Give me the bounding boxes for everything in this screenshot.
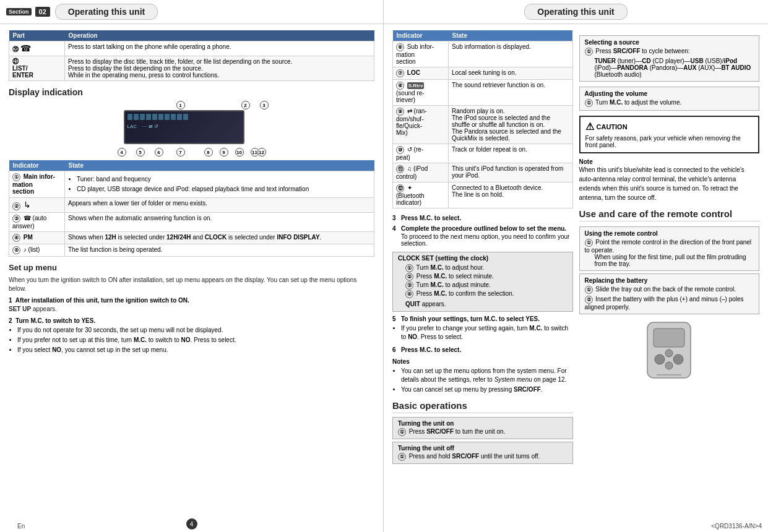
steps-3-4: 3 Press M.C. to select. 4 Complete the p…: [392, 215, 573, 247]
clock-quit: QUIT appears.: [405, 300, 567, 309]
selecting-source-box: Selecting a source ① Press SRC/OFF to cy…: [579, 35, 760, 82]
remote-heading: Use and care of the remote control: [579, 208, 760, 221]
clock-step-4: ④ Press M.C. to confirm the selection.: [405, 290, 567, 298]
table-row: ② ↳ Appears when a lower tier of folder …: [9, 198, 374, 213]
left-content: Part Operation ⑳ ☎ Press to start talkin…: [0, 24, 383, 364]
ind-num: ⑩: [396, 146, 404, 154]
note-box: Note When this unit's blue/white lead is…: [579, 158, 760, 202]
state-cell: This unit's iPod function is operated fr…: [449, 163, 573, 182]
left-page: Section 02 Operating this unit Part Oper…: [0, 0, 384, 532]
display-indication-section: Display indication: [9, 87, 374, 257]
basic-ops-heading: Basic operations: [392, 400, 573, 413]
note-title: Note: [579, 158, 760, 165]
ind-num: ⑨: [396, 108, 404, 116]
turn-on-step: ① Press SRC/OFF to turn the unit on.: [398, 428, 567, 436]
right-page: Operating this unit Indicator State: [384, 0, 768, 532]
indicator-table-lower: Indicator State ① Main infor-mationsecti…: [9, 160, 374, 257]
notes-list: You can set up the menu options from the…: [392, 367, 573, 394]
state-cell: The list function is being operated.: [65, 244, 374, 256]
step-5-block: 5 To finish your settings, turn M.C. to …: [392, 315, 573, 341]
step-6-block: 6 Press M.C. to select.: [392, 346, 573, 353]
list-item: You can set up the menu options from the…: [401, 367, 573, 384]
list-item: If you prefer to change your setting aga…: [401, 324, 573, 341]
adjusting-vol-step: ① Turn M.C. to adjust the volume.: [585, 99, 754, 107]
col-indicator: Indicator: [393, 30, 449, 41]
part-operation-table: Part Operation ⑳ ☎ Press to start talkin…: [9, 30, 374, 81]
footer-model: <QRD3136-A/N>4: [711, 523, 762, 530]
remote-section: Using the remote control ① Point the rem…: [579, 226, 760, 381]
notes-box: Notes You can set up the menu options fr…: [392, 358, 573, 394]
footer-en: En: [17, 523, 25, 530]
page-container: Section 02 Operating this unit Part Oper…: [0, 0, 768, 532]
page-number: 4: [186, 518, 197, 530]
state-cell: Track or folder repeat is on.: [449, 144, 573, 163]
pm-indicator: PM: [24, 234, 33, 241]
setup-menu-title: Set up menu: [9, 263, 374, 272]
remote-diagram-wrapper: [579, 319, 760, 381]
step3-text: Press M.C. to select.: [401, 215, 461, 221]
replace-battery-box: Replacing the battery ① Slide the tray o…: [579, 273, 760, 314]
table-row: ⑦ LOC Local seek tuning is on.: [393, 67, 573, 80]
diag-num-10: 10: [235, 148, 244, 157]
table-row: ③ ☎ (autoanswer) Shows when the automati…: [9, 212, 374, 231]
caution-box: ⚠ CAUTION For safety reasons, park your …: [579, 116, 760, 153]
part-cell: ⑳ ☎: [9, 41, 65, 56]
right-two-col: Indicator State ⑥ Sub infor-mationsectio…: [392, 30, 759, 466]
right-header: Operating this unit: [384, 0, 768, 24]
seg: [183, 114, 188, 120]
table-row: ⑤ ♪ (list) The list function is being op…: [9, 244, 374, 256]
state-cell: Appears when a lower tier of folder or m…: [65, 198, 374, 213]
selecting-source-title: Selecting a source: [585, 39, 754, 46]
col-operation: Operation: [65, 30, 374, 41]
ind-num: ⑧: [396, 82, 404, 90]
diag-num-1: 1: [176, 101, 185, 109]
indicator-table-upper: Indicator State ⑥ Sub infor-mationsectio…: [392, 30, 573, 208]
replace-battery-title: Replacing the battery: [585, 277, 754, 284]
step6-num: 6: [392, 346, 396, 353]
display-diagram: LAC ⋯ ⇄ ↺ 1 2 3 4 5 6 7 8 9: [118, 101, 266, 157]
display-diagram-wrapper: LAC ⋯ ⇄ ↺ 1 2 3 4 5 6 7 8 9: [9, 101, 374, 157]
lcd-text-icons: ⋯ ⇄ ↺: [142, 124, 158, 129]
list-item: CD player, USB storage device and iPod: …: [77, 185, 371, 194]
lcd-text-lac: LAC: [127, 124, 137, 129]
clock-set-title: CLOCK SET (setting the clock): [398, 255, 567, 262]
list-item: You can cancel set up menu by pressing S…: [401, 385, 573, 394]
step4-heading: Complete the procedure outlined below to…: [401, 225, 566, 232]
display-indication-heading: Display indication: [9, 87, 374, 97]
step-6: 6 Press M.C. to select.: [392, 346, 573, 353]
table-row: ⑧ S.Rtrv(sound re-triever) The sound ret…: [393, 80, 573, 106]
state-cell: Local seek tuning is on.: [449, 67, 573, 80]
ind-cell: ⑤ ♪ (list): [9, 244, 65, 256]
list-item: Tuner: band and frequency: [77, 175, 371, 184]
using-remote-detail: When using for the first time, pull out …: [595, 254, 754, 267]
svg-point-2: [655, 354, 665, 364]
clock-step-1: ① Turn M.C. to adjust hour.: [405, 264, 567, 272]
caution-title: ⚠ CAUTION: [585, 121, 754, 132]
ind-num: ⑦: [396, 69, 404, 77]
right-page-title: Operating this unit: [524, 4, 627, 20]
state-cell: Shows when 12H is selected under 12H/24H…: [65, 231, 374, 244]
seg: [134, 114, 139, 120]
ind-num: ⑪: [396, 165, 404, 173]
clock-step-2: ② Press M.C. to select minute.: [405, 272, 567, 281]
state-cell: Sub information is displayed.: [449, 41, 573, 67]
diag-num-3: 3: [260, 101, 269, 109]
ind-num: ④: [12, 234, 20, 242]
battery-step1: ① Slide the tray out on the back of the …: [585, 286, 754, 294]
turn-on-title: Turning the unit on: [398, 420, 567, 427]
col-state: State: [449, 30, 573, 41]
section-num: 02: [35, 7, 50, 17]
phone-icon: ☎: [20, 43, 31, 53]
loc-indicator: LOC: [407, 69, 420, 76]
step4-detail: To proceed to the next menu option, you …: [401, 233, 573, 247]
svg-point-3: [673, 354, 683, 364]
cycle-text: TUNER (tuner)—CD (CD player)—USB (USB)/i…: [595, 58, 754, 78]
warning-triangle-icon: ⚠: [585, 121, 594, 132]
notes-title: Notes: [392, 358, 573, 365]
col-part: Part: [9, 30, 65, 41]
col-state: State: [65, 160, 374, 171]
diag-num-12: 12: [257, 148, 266, 157]
ind-cell: ⑦ LOC: [393, 67, 449, 80]
list-item: If you do not operate for 30 seconds, th…: [17, 326, 374, 335]
table-row: ⑪ ♫ (iPodcontrol) This unit's iPod funct…: [393, 163, 573, 182]
